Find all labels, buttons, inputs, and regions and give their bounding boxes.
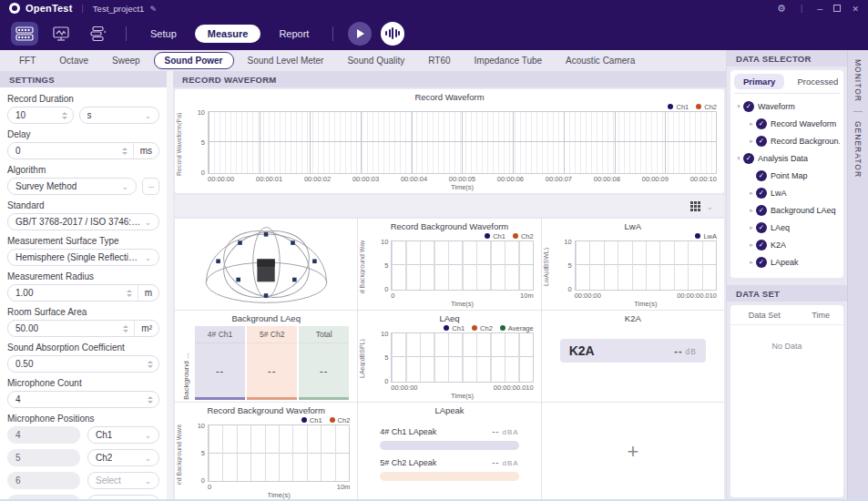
checkbox-checked-icon[interactable] [756,136,767,147]
checkbox-checked-icon[interactable] [756,170,767,181]
tree-item-record-waveform[interactable]: ▸ Record Waveform [734,115,840,132]
chevron-right-icon[interactable]: ▸ [747,120,756,128]
mic-channel-select[interactable]: Ch2 [87,449,159,466]
main-toolbar: Setup Measure Report [0,16,868,50]
tick-label: 10m [520,291,534,300]
chevron-down-icon[interactable] [706,200,713,211]
checkbox-checked-icon[interactable] [756,118,767,129]
tab-acoustic-camera[interactable]: Acoustic Camera [556,53,645,68]
chart-plot[interactable] [208,424,350,482]
tab-monitor[interactable]: MONITOR [853,59,863,102]
chart-plot[interactable] [391,332,533,383]
surface-type-select[interactable]: Hemisphere (Single Reflecting Plane) [7,249,159,266]
chevron-down-icon[interactable]: ▾ [734,155,743,162]
tab-fft[interactable]: FFT [9,53,46,68]
tick-label: 5 [201,449,205,457]
audio-monitor-button[interactable] [381,22,404,46]
chevron-right-icon[interactable]: ▸ [747,138,756,145]
stepper[interactable] [123,325,134,332]
lapeak-bar-ch2 [380,472,518,481]
side-tab-strip: MONITOR GENERATOR [847,50,868,501]
tree-item-analysis-data[interactable]: ▾ Analysis Data [734,149,840,167]
nav-setup[interactable]: Setup [141,25,186,43]
sound-absorption-input[interactable]: 0.50 [7,355,159,373]
play-icon [357,29,364,38]
tree-item-k2a[interactable]: ▸ K2A [734,236,840,253]
hardware-devices-button[interactable] [11,22,38,46]
chevron-right-icon[interactable]: ▸ [747,207,756,214]
tab-impedance-tube[interactable]: Impedance Tube [465,53,553,68]
mic-channel-select[interactable]: Ch1 [87,426,159,444]
tick-label: 00:00:00 [391,383,417,392]
stepper[interactable] [62,112,73,119]
tick-label: 10 [381,330,388,338]
standard-select[interactable]: GB/T 3768-2017 / ISO 3746:2010 [7,213,159,230]
stepper[interactable] [148,396,158,404]
chevron-right-icon[interactable]: ▸ [747,259,756,266]
checkbox-checked-icon[interactable] [756,222,767,233]
tab-rt60[interactable]: RT60 [418,53,460,68]
chevron-right-icon[interactable]: ▸ [747,224,756,231]
tree-item-point-map[interactable]: Point Map [734,167,840,184]
mic-position-input[interactable]: 6 [7,472,80,489]
maximize-button[interactable] [833,5,841,12]
stepper[interactable] [122,148,133,155]
app-name: OpenTest [26,3,73,14]
nav-measure[interactable]: Measure [195,25,261,43]
nav-report[interactable]: Report [270,25,318,43]
stepper[interactable] [127,290,138,297]
tree-item-waveform[interactable]: ▾ Waveform [734,97,840,115]
chevron-down-icon [144,453,151,463]
tab-processed[interactable]: Processed [788,74,847,89]
tab-octave[interactable]: Octave [49,53,98,68]
chart-plot[interactable] [391,240,533,291]
microphone-count-input[interactable]: 4 [7,391,159,408]
close-button[interactable] [852,3,859,14]
mic-position-input[interactable]: 4 [7,426,80,444]
chevron-down-icon[interactable]: ▾ [734,103,743,110]
add-widget-panel[interactable] [542,403,724,501]
checkbox-checked-icon[interactable] [756,188,767,199]
tree-item-lapeak[interactable]: ▸ LApeak [734,253,840,271]
minimize-button[interactable] [817,3,822,14]
edit-project-icon[interactable] [149,3,157,14]
checkbox-checked-icon[interactable] [743,153,754,164]
record-waveform-plot[interactable] [208,111,717,174]
settings-icon[interactable] [777,3,786,15]
divider [853,111,863,112]
checkbox-checked-icon[interactable] [743,101,754,112]
algorithm-select[interactable]: Survey Method [7,178,137,195]
tab-sound-power[interactable]: Sound Power [154,52,234,69]
tab-generator[interactable]: GENERATOR [853,121,863,178]
tree-item-background-laeq[interactable]: ▸ Background LAeq [734,201,840,219]
record-duration-input[interactable]: 10 [7,107,74,124]
tab-sound-level-meter[interactable]: Sound Level Meter [238,53,334,68]
algorithm-details-button[interactable] [142,178,159,195]
tab-sound-quality[interactable]: Sound Quality [337,53,414,68]
record-duration-unit-select[interactable]: s [79,107,160,124]
checkbox-checked-icon[interactable] [756,240,767,250]
layout-grid-button[interactable] [690,201,700,211]
room-surface-area-input[interactable]: 50.00 m² [7,320,159,337]
checkbox-checked-icon[interactable] [756,257,767,268]
y-axis-ticks: 1050 [375,330,391,385]
tree-item-lwa[interactable]: ▸ LwA [734,184,840,201]
delay-input[interactable]: 0 ms [7,142,159,159]
mic-channel-select[interactable]: Select [87,472,159,489]
chart-plot[interactable] [575,240,717,291]
tree-item-laeq[interactable]: ▸ LAeq [734,219,840,236]
measurement-radius-input[interactable]: 1.00 m [7,284,159,302]
lwa-chart: LwA LwA LwA(dBSWL) 1050 00: [542,219,724,310]
chevron-right-icon[interactable]: ▸ [747,189,756,197]
start-measurement-button[interactable] [348,22,372,46]
chevron-right-icon[interactable]: ▸ [747,241,756,249]
monitor-view-button[interactable] [47,22,75,46]
checkbox-checked-icon[interactable] [756,205,767,216]
stepper[interactable] [148,361,158,368]
tab-sweep[interactable]: Sweep [102,53,150,68]
plus-icon[interactable] [627,440,638,464]
sequence-button[interactable] [84,22,111,46]
mic-position-input[interactable]: 5 [7,449,80,466]
tab-primary[interactable]: Primary [734,74,784,89]
tree-item-record-background[interactable]: ▸ Record Backgroun... [734,132,840,149]
